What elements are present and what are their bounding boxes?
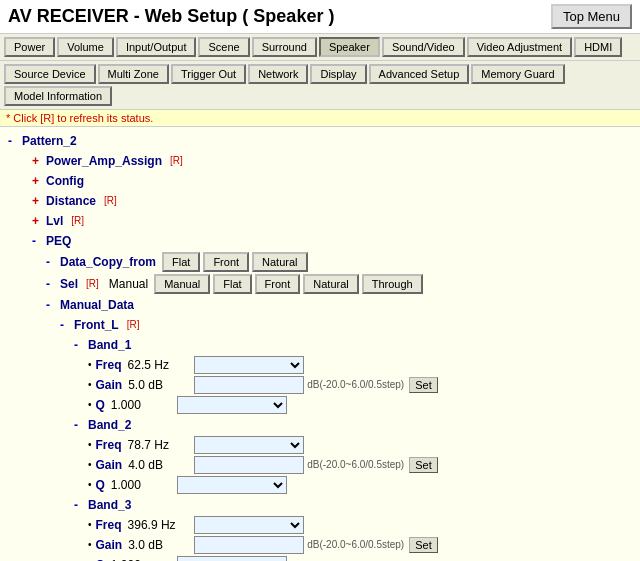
band2-freq-value: 78.7 Hz [128, 436, 188, 454]
lvl-r: [R] [71, 212, 84, 230]
sel-value: Manual [109, 275, 148, 293]
nav-btn-trigger_out[interactable]: Trigger Out [171, 64, 246, 84]
band3-q-bullet: • [88, 556, 92, 561]
manual-data-collapse[interactable]: - [46, 296, 56, 314]
sel-row: - Sel [R] Manual Manual Flat Front Natur… [46, 273, 632, 295]
band2-collapse[interactable]: - [74, 416, 84, 434]
band1-collapse[interactable]: - [74, 336, 84, 354]
band1-gain-input[interactable] [194, 376, 304, 394]
nav-btn-speaker[interactable]: Speaker [319, 37, 380, 57]
pattern-label: Pattern_2 [22, 132, 77, 150]
band1-q-bullet: • [88, 396, 92, 414]
pattern-collapse[interactable]: - [8, 132, 18, 150]
power-amp-r: [R] [170, 152, 183, 170]
data-copy-collapse[interactable]: - [46, 253, 56, 271]
nav-btn-video_adjustment[interactable]: Video Adjustment [467, 37, 572, 57]
band2-gain-set[interactable]: Set [409, 457, 438, 473]
band1-q-label: Q [96, 396, 105, 414]
sel-front-btn[interactable]: Front [255, 274, 301, 294]
band2-gain-bullet: • [88, 456, 92, 474]
band1-gain-set[interactable]: Set [409, 377, 438, 393]
band2-q-row: • Q 1.000 [88, 475, 632, 495]
nav-btn-power[interactable]: Power [4, 37, 55, 57]
front-btn[interactable]: Front [203, 252, 249, 272]
band2-gain-value: 4.0 dB [128, 456, 188, 474]
status-bar: * Click [R] to refresh its status. [0, 110, 640, 127]
power-amp-expand[interactable]: + [32, 152, 42, 170]
peq-collapse[interactable]: - [32, 232, 42, 250]
band2-q-label: Q [96, 476, 105, 494]
manual-data-row: - Manual_Data [46, 295, 632, 315]
power-amp-label: Power_Amp_Assign [46, 152, 162, 170]
band2-gain-unit: dB(-20.0~6.0/0.5step) [307, 456, 404, 474]
nav-btn-source_device[interactable]: Source Device [4, 64, 96, 84]
nav-btn-multi_zone[interactable]: Multi Zone [98, 64, 169, 84]
band2-freq-select[interactable] [194, 436, 304, 454]
nav-btn-advanced_setup[interactable]: Advanced Setup [369, 64, 470, 84]
band2-label: Band_2 [88, 416, 131, 434]
band3-gain-input[interactable] [194, 536, 304, 554]
power-amp-row: + Power_Amp_Assign [R] [32, 151, 632, 171]
nav-btn-sound_video[interactable]: Sound/Video [382, 37, 465, 57]
flat-btn[interactable]: Flat [162, 252, 200, 272]
nav-btn-volume[interactable]: Volume [57, 37, 114, 57]
band3-collapse[interactable]: - [74, 496, 84, 514]
band2-q-select[interactable] [177, 476, 287, 494]
status-text: * Click [R] to refresh its status. [6, 112, 153, 124]
band1-label: Band_1 [88, 336, 131, 354]
top-menu-button[interactable]: Top Menu [551, 4, 632, 29]
manual-data-label: Manual_Data [60, 296, 134, 314]
band3-freq-bullet: • [88, 516, 92, 534]
lvl-expand[interactable]: + [32, 212, 42, 230]
content-area: - Pattern_2 + Power_Amp_Assign [R] + Con… [0, 127, 640, 561]
front-l-row: - Front_L [R] [60, 315, 632, 335]
nav-btn-model_information[interactable]: Model Information [4, 86, 112, 106]
distance-row: + Distance [R] [32, 191, 632, 211]
distance-expand[interactable]: + [32, 192, 42, 210]
band3-gain-set[interactable]: Set [409, 537, 438, 553]
band1-q-value: 1.000 [111, 396, 171, 414]
band2-gain-label: Gain [96, 456, 123, 474]
band2-freq-bullet: • [88, 436, 92, 454]
band1-q-select[interactable] [177, 396, 287, 414]
nav-row-2: Source DeviceMulti ZoneTrigger OutNetwor… [0, 61, 640, 110]
sel-manual-btn[interactable]: Manual [154, 274, 210, 294]
band3-q-row: • Q 1.000 [88, 555, 632, 561]
config-expand[interactable]: + [32, 172, 42, 190]
front-l-r: [R] [127, 316, 140, 334]
band3-q-select[interactable] [177, 556, 287, 561]
band1-freq-select[interactable] [194, 356, 304, 374]
nav-btn-scene[interactable]: Scene [198, 37, 249, 57]
nav-btn-hdmi[interactable]: HDMI [574, 37, 622, 57]
band3-q-label: Q [96, 556, 105, 561]
peq-label: PEQ [46, 232, 71, 250]
nav-row-1: PowerVolumeInput/OutputSceneSurroundSpea… [0, 34, 640, 61]
band3-freq-select[interactable] [194, 516, 304, 534]
nav-btn-network[interactable]: Network [248, 64, 308, 84]
band2-q-value: 1.000 [111, 476, 171, 494]
band1-row: - Band_1 [74, 335, 632, 355]
band3-freq-label: Freq [96, 516, 122, 534]
distance-label: Distance [46, 192, 96, 210]
sel-natural-btn[interactable]: Natural [303, 274, 358, 294]
sel-collapse[interactable]: - [46, 275, 56, 293]
band3-gain-label: Gain [96, 536, 123, 554]
nav-btn-input_output[interactable]: Input/Output [116, 37, 197, 57]
natural-btn[interactable]: Natural [252, 252, 307, 272]
sel-label: Sel [60, 275, 78, 293]
sel-flat-btn[interactable]: Flat [213, 274, 251, 294]
band1-freq-label: Freq [96, 356, 122, 374]
band2-q-bullet: • [88, 476, 92, 494]
band1-gain-value: 5.0 dB [128, 376, 188, 394]
nav-btn-surround[interactable]: Surround [252, 37, 317, 57]
band2-gain-input[interactable] [194, 456, 304, 474]
front-l-collapse[interactable]: - [60, 316, 70, 334]
band3-freq-row: • Freq 396.9 Hz [88, 515, 632, 535]
band2-gain-row: • Gain 4.0 dB dB(-20.0~6.0/0.5step) Set [88, 455, 632, 475]
config-label: Config [46, 172, 84, 190]
sel-through-btn[interactable]: Through [362, 274, 423, 294]
nav-btn-display[interactable]: Display [310, 64, 366, 84]
nav-btn-memory_guard[interactable]: Memory Guard [471, 64, 564, 84]
data-copy-label: Data_Copy_from [60, 253, 156, 271]
front-l-label: Front_L [74, 316, 119, 334]
